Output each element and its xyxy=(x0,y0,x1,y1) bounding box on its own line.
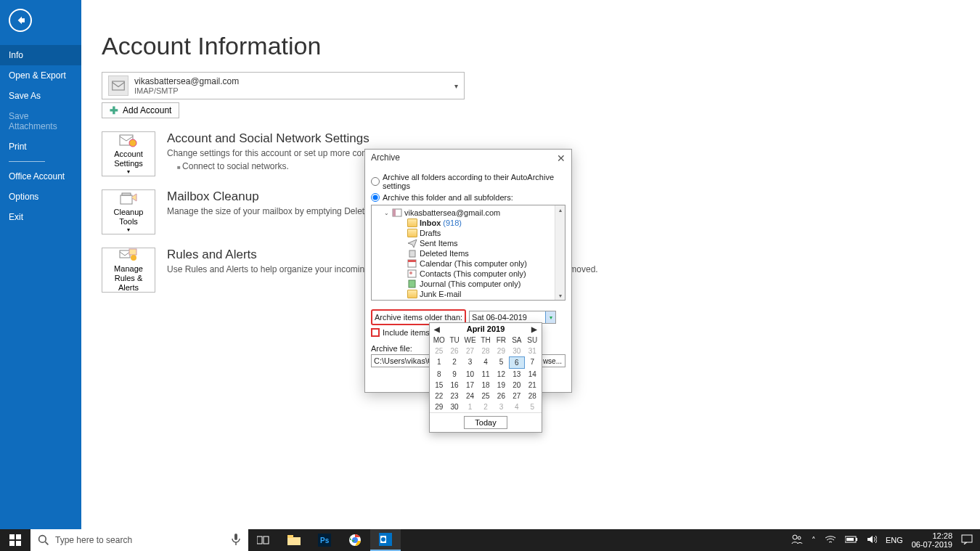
calendar-day-header: SU xyxy=(525,335,540,346)
back-button[interactable] xyxy=(9,9,32,32)
calendar-day[interactable]: 25 xyxy=(478,391,493,401)
mic-icon[interactable] xyxy=(231,533,241,548)
calendar-day[interactable]: 13 xyxy=(509,369,524,380)
sidebar-item-print[interactable]: Print xyxy=(0,136,81,157)
radio-archive-this[interactable]: Archive this folder and all subfolders: xyxy=(371,193,565,202)
calendar-day[interactable]: 8 xyxy=(431,369,446,380)
tray-chevron-up-icon[interactable]: ˄ xyxy=(812,536,816,545)
folder-tree[interactable]: ⌄ vikasbattersea@gmail.com Inbox (918) D… xyxy=(371,205,565,301)
calendar-day[interactable]: 15 xyxy=(431,380,446,391)
calendar-day[interactable]: 30 xyxy=(509,346,524,356)
calendar-day[interactable]: 29 xyxy=(494,346,509,356)
tree-deleted[interactable]: Deleted Items xyxy=(374,248,563,258)
calendar-day[interactable]: 27 xyxy=(462,346,478,356)
calendar-next-button[interactable]: ▶ xyxy=(531,325,537,333)
calendar-day[interactable]: 5 xyxy=(494,356,509,369)
calendar-day[interactable]: 27 xyxy=(509,391,524,401)
calendar-day[interactable]: 31 xyxy=(525,346,540,356)
calendar-day[interactable]: 1 xyxy=(431,356,446,369)
calendar-day[interactable]: 23 xyxy=(446,391,462,401)
calendar-today-button[interactable]: Today xyxy=(464,416,507,429)
calendar-day[interactable]: 6 xyxy=(509,356,524,369)
radio-archive-all-input[interactable] xyxy=(371,177,380,186)
calendar-day[interactable]: 4 xyxy=(509,401,524,412)
taskbar-search[interactable]: Type here to search xyxy=(30,529,248,551)
scroll-up-icon[interactable]: ▴ xyxy=(555,205,565,214)
calendar-day[interactable]: 26 xyxy=(446,346,462,356)
start-button[interactable] xyxy=(0,529,30,551)
calendar-day[interactable]: 16 xyxy=(446,380,462,391)
outlook-button[interactable] xyxy=(370,529,401,551)
cleanup-tools-icon xyxy=(118,191,139,205)
task-view-button[interactable] xyxy=(248,529,279,551)
sidebar-item-options[interactable]: Options xyxy=(0,187,81,207)
calendar-day[interactable]: 3 xyxy=(494,401,509,412)
wifi-icon[interactable] xyxy=(825,535,836,545)
account-settings-button[interactable]: Account Settings▾ xyxy=(102,131,155,176)
calendar-day[interactable]: 14 xyxy=(525,369,540,380)
scroll-down-icon[interactable]: ▾ xyxy=(555,291,565,300)
file-explorer-button[interactable] xyxy=(279,529,309,551)
calendar-prev-button[interactable]: ◀ xyxy=(434,325,440,333)
calendar-day[interactable]: 9 xyxy=(446,369,462,380)
add-account-button[interactable]: ✚ Add Account xyxy=(102,102,179,118)
taskbar-clock[interactable]: 12:28 06-07-2019 xyxy=(912,531,952,549)
cleanup-tools-button[interactable]: Cleanup Tools▾ xyxy=(102,189,155,234)
tree-drafts[interactable]: Drafts xyxy=(374,228,563,238)
tree-journal[interactable]: Journal (This computer only) xyxy=(374,279,563,289)
calendar-day[interactable]: 2 xyxy=(478,401,493,412)
calendar-day[interactable]: 29 xyxy=(431,401,446,412)
calendar-day[interactable]: 1 xyxy=(462,401,478,412)
tree-calendar[interactable]: Calendar (This computer only) xyxy=(374,258,563,269)
calendar-day[interactable]: 28 xyxy=(525,391,540,401)
tree-inbox[interactable]: Inbox (918) xyxy=(374,218,563,228)
chrome-button[interactable] xyxy=(340,529,370,551)
calendar-day[interactable]: 25 xyxy=(431,346,446,356)
photoshop-button[interactable]: Ps xyxy=(309,529,340,551)
tree-scrollbar[interactable]: ▴ ▾ xyxy=(555,205,565,300)
calendar-day[interactable]: 10 xyxy=(462,369,478,380)
manage-rules-alerts-button[interactable]: Manage Rules & Alerts xyxy=(102,248,155,293)
calendar-day[interactable]: 4 xyxy=(478,356,493,369)
sidebar-item-exit[interactable]: Exit xyxy=(0,207,81,227)
lang-indicator[interactable]: ENG xyxy=(886,536,903,544)
calendar-day[interactable]: 3 xyxy=(462,356,478,369)
calendar-day-header: TH xyxy=(478,335,493,346)
calendar-day[interactable]: 5 xyxy=(525,401,540,412)
dialog-close-button[interactable]: ✕ xyxy=(557,152,565,164)
account-selector[interactable]: vikasbattersea@gmail.com IMAP/SMTP ▾ xyxy=(102,72,465,99)
battery-icon[interactable] xyxy=(845,536,858,544)
sidebar-item-save-as[interactable]: Save As xyxy=(0,86,81,106)
action-center-icon[interactable] xyxy=(961,534,973,546)
sidebar-item-office-account[interactable]: Office Account xyxy=(0,166,81,187)
calendar-day[interactable]: 2 xyxy=(446,356,462,369)
include-checkbox[interactable] xyxy=(371,328,380,337)
tree-junk[interactable]: Junk E-mail xyxy=(374,289,563,299)
calendar-day[interactable]: 7 xyxy=(525,356,540,369)
radio-archive-this-input[interactable] xyxy=(371,193,380,202)
tree-notes[interactable]: Notes (This computer only) xyxy=(374,299,563,301)
calendar-day[interactable]: 19 xyxy=(494,380,509,391)
calendar-day[interactable]: 24 xyxy=(462,391,478,401)
svg-rect-40 xyxy=(846,538,854,541)
calendar-day[interactable]: 17 xyxy=(462,380,478,391)
tree-contacts[interactable]: Contacts (This computer only) xyxy=(374,269,563,279)
calendar-day[interactable]: 30 xyxy=(446,401,462,412)
calendar-day[interactable]: 22 xyxy=(431,391,446,401)
sidebar-item-info[interactable]: Info xyxy=(0,45,81,65)
sidebar-item-open-export[interactable]: Open & Export xyxy=(0,65,81,86)
tree-sent[interactable]: Sent Items xyxy=(374,238,563,248)
people-icon[interactable] xyxy=(791,534,803,546)
radio-archive-all[interactable]: Archive all folders according to their A… xyxy=(371,173,565,190)
calendar-day[interactable]: 20 xyxy=(509,380,524,391)
calendar-day[interactable]: 26 xyxy=(494,391,509,401)
calendar-day[interactable]: 12 xyxy=(494,369,509,380)
calendar-day[interactable]: 28 xyxy=(478,346,493,356)
volume-icon[interactable] xyxy=(867,535,877,545)
calendar-day[interactable]: 11 xyxy=(478,369,493,380)
calendar-day[interactable]: 21 xyxy=(525,380,540,391)
calendar-day[interactable]: 18 xyxy=(478,380,493,391)
tree-root[interactable]: ⌄ vikasbattersea@gmail.com xyxy=(374,208,563,218)
browse-button[interactable]: wse... xyxy=(539,354,565,367)
date-dropdown-icon[interactable]: ▾ xyxy=(545,311,555,323)
